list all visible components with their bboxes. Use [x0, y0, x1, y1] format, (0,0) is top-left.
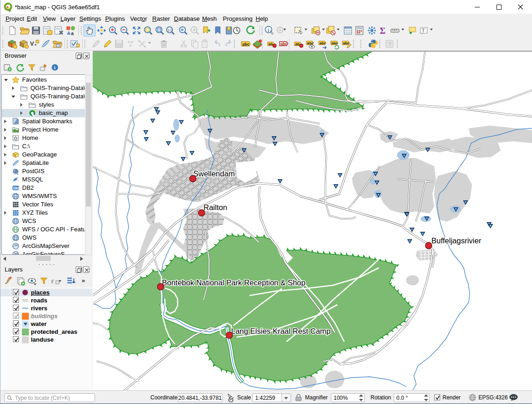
svg-text:ab: ab: [295, 42, 299, 46]
svg-text:V: V: [30, 40, 34, 47]
svg-text:abc: abc: [332, 41, 338, 45]
svg-text:a: a: [71, 31, 74, 36]
svg-text:Railton: Railton: [203, 203, 227, 211]
svg-text:abc: abc: [281, 42, 287, 46]
svg-text:abc: abc: [307, 41, 314, 45]
svg-text:i: i: [268, 27, 269, 33]
svg-text:Σ: Σ: [380, 26, 385, 36]
svg-text:?: ?: [388, 41, 391, 48]
svg-text:1:1: 1:1: [167, 29, 172, 32]
svg-text:ab: ab: [269, 42, 273, 46]
svg-text:Bontebok National Park Recepti: Bontebok National Park Reception & Shop: [162, 278, 305, 287]
svg-text:Lang Elsies Kraal Rest Camp: Lang Elsies Kraal Rest Camp: [231, 327, 331, 335]
svg-text:i: i: [54, 65, 55, 70]
svg-text:Swellendam: Swellendam: [193, 169, 235, 178]
svg-text:abc: abc: [320, 41, 326, 45]
svg-text:abc: abc: [242, 42, 250, 47]
svg-text:DB2: DB2: [13, 187, 19, 190]
svg-text:ε: ε: [51, 277, 54, 284]
svg-text:T: T: [422, 28, 425, 33]
svg-text:abc: abc: [343, 41, 350, 45]
svg-text:Buffeljagsrivier: Buffeljagsrivier: [431, 236, 481, 245]
